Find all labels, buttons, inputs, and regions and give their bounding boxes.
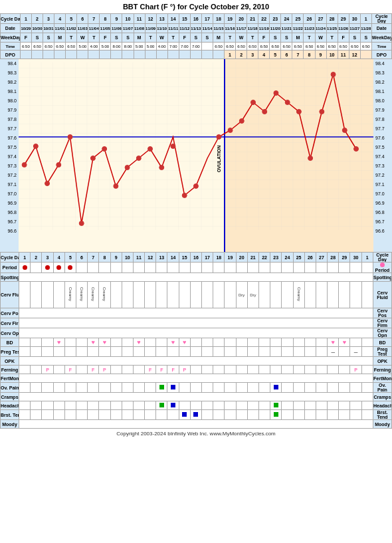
svg-text:97.1: 97.1	[375, 182, 385, 187]
svg-point-69	[296, 110, 301, 114]
svg-text:98.1: 98.1	[7, 89, 17, 94]
svg-point-48	[45, 181, 50, 186]
svg-text:98.4: 98.4	[375, 61, 385, 66]
ferning-row: Ferning P F F P F F F P	[1, 366, 392, 374]
svg-point-46	[22, 163, 27, 167]
svg-text:98.0: 98.0	[7, 98, 17, 103]
svg-point-53	[102, 147, 107, 152]
bottom-table: Cycle Day 1 2 3 4 5 6 7 8 9 10 11 12 13 …	[0, 252, 392, 429]
svg-text:96.8: 96.8	[375, 210, 385, 215]
weekday-row: WeekDay F S S M T W T F S S M T W T F S …	[1, 33, 392, 43]
svg-point-61	[193, 184, 198, 189]
svg-text:97.0: 97.0	[375, 191, 385, 196]
svg-point-55	[125, 165, 130, 170]
bbt-chart-area: 98.4 98.3 98.2 98.1 98.0 97.9 97.8 97.7 …	[0, 59, 392, 252]
svg-text:97.6: 97.6	[375, 136, 385, 140]
svg-point-74	[354, 147, 359, 152]
bbt-table: Cycle Day 1 2 3 4 5 6 7 8 9 10 11 12 13 …	[0, 13, 392, 59]
cycle-day-bottom: Cycle Day 1 2 3 4 5 6 7 8 9 10 11 12 13 …	[1, 253, 392, 263]
period-dot	[68, 265, 72, 270]
dpo-row: DPO 1 2 3 4 5 6 7 8	[1, 51, 392, 59]
svg-text:97.9: 97.9	[375, 108, 385, 112]
page-title: BBT Chart (F °) for Cycle October 29, 20…	[0, 0, 392, 13]
svg-text:97.2: 97.2	[375, 173, 385, 177]
svg-text:97.2: 97.2	[7, 173, 17, 177]
cerv-pos-row: Cerv Pos Cerv Pos	[1, 308, 392, 318]
cerv-firm-row: Cerv Firm Cerv Firm	[1, 318, 392, 328]
svg-text:96.8: 96.8	[7, 210, 17, 215]
svg-point-72	[331, 72, 336, 77]
svg-point-51	[79, 221, 84, 226]
brst-tend-row: Brst. Tend	[1, 410, 392, 420]
svg-point-64	[239, 119, 244, 124]
svg-text:98.2: 98.2	[7, 80, 17, 84]
svg-text:97.8: 97.8	[7, 117, 17, 122]
headache-row: Headache	[1, 401, 392, 410]
svg-point-65	[251, 100, 256, 105]
period-row: Period	[1, 263, 392, 273]
bd-row: BD ♥ ♥ ♥ ♥ ♥ ♥	[1, 338, 392, 347]
svg-text:96.7: 96.7	[375, 219, 385, 224]
svg-point-58	[159, 165, 164, 170]
preg-test-row: Preg Test	[1, 347, 392, 357]
svg-text:98.1: 98.1	[375, 89, 385, 94]
ov-pain-row: Ov. Pain	[1, 383, 392, 393]
svg-text:98.0: 98.0	[375, 98, 385, 103]
svg-point-47	[33, 144, 38, 149]
cycle-day-right-label: Cycle Day	[371, 14, 391, 24]
svg-text:96.9: 96.9	[7, 201, 17, 205]
svg-text:97.8: 97.8	[375, 117, 385, 122]
svg-text:96.9: 96.9	[375, 201, 385, 205]
time-row: Time 6:50 6:50 6:50 6:50 6:50 5:00 4:00 …	[1, 43, 392, 51]
svg-text:98.4: 98.4	[7, 61, 17, 66]
period-dot	[56, 265, 61, 270]
svg-text:97.3: 97.3	[7, 163, 17, 168]
svg-text:OVULATION: OVULATION	[217, 146, 221, 173]
svg-text:97.1: 97.1	[7, 182, 17, 187]
cramps-row: Cramps Cramps	[1, 393, 392, 401]
period-dot	[45, 265, 50, 270]
svg-text:96.6: 96.6	[7, 229, 17, 233]
svg-point-59	[171, 144, 175, 149]
svg-text:96.7: 96.7	[7, 219, 17, 224]
svg-point-66	[262, 110, 267, 114]
svg-point-49	[56, 163, 61, 167]
svg-point-57	[148, 147, 153, 152]
svg-text:97.3: 97.3	[375, 163, 385, 168]
svg-text:97.6: 97.6	[7, 136, 17, 140]
svg-point-56	[136, 156, 141, 161]
chart-container: BBT Chart (F °) for Cycle October 29, 20…	[0, 0, 392, 439]
svg-point-60	[182, 193, 187, 198]
svg-point-52	[90, 156, 95, 161]
date-row: Date 10/29 10/30 10/31 11/01 11/02 11/03…	[1, 24, 392, 33]
svg-text:98.3: 98.3	[375, 70, 385, 75]
svg-point-73	[342, 128, 347, 133]
svg-text:98.3: 98.3	[7, 70, 17, 75]
svg-point-67	[274, 91, 278, 96]
svg-text:97.7: 97.7	[7, 126, 17, 131]
cycle-day-header: Cycle Day 1 2 3 4 5 6 7 8 9 10 11 12 13 …	[1, 14, 392, 24]
cerv-fluid-row: Cerv Fluid Creamy Creamy Creamy Creamy D…	[1, 282, 392, 308]
cerv-opn-row: Cerv Opn Cerv Opn	[1, 328, 392, 338]
svg-point-70	[308, 156, 313, 161]
fertmon-row: FertMon FertMon	[1, 374, 392, 383]
period-dot	[23, 265, 27, 270]
svg-text:97.5: 97.5	[7, 145, 17, 150]
svg-text:97.7: 97.7	[375, 126, 385, 131]
opk-row: OPK OPK	[1, 357, 392, 366]
cycle-day-label: Cycle Day	[1, 14, 21, 24]
bbt-svg: 98.4 98.3 98.2 98.1 98.0 97.9 97.8 97.7 …	[0, 59, 392, 252]
spotting-row: Spotting Spotting	[1, 273, 392, 282]
svg-text:97.4: 97.4	[375, 154, 385, 159]
svg-point-68	[285, 100, 290, 105]
svg-point-50	[68, 135, 72, 140]
svg-point-62	[217, 135, 221, 140]
moody-row: Moody Moody	[1, 420, 392, 429]
svg-point-63	[228, 128, 233, 133]
svg-point-71	[320, 110, 324, 114]
svg-text:97.0: 97.0	[7, 191, 17, 196]
svg-text:98.2: 98.2	[375, 80, 385, 84]
svg-text:97.5: 97.5	[375, 145, 385, 150]
footer: Copyright 2003-2024 bInfinity Web Inc. w…	[0, 429, 392, 439]
svg-point-54	[114, 184, 118, 189]
